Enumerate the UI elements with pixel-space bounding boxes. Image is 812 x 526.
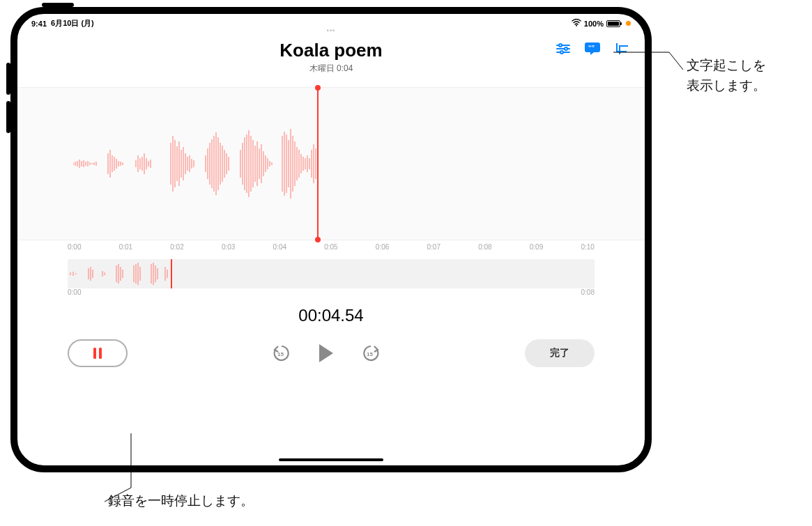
transcript-icon[interactable]: “” xyxy=(583,41,602,56)
svg-point-6 xyxy=(560,51,563,54)
overview-start: 0:00 xyxy=(68,288,81,296)
time-ruler: 0:00 0:01 0:02 0:03 0:04 0:05 0:06 0:07 … xyxy=(17,240,645,251)
pause-button[interactable] xyxy=(68,339,128,367)
recording-title[interactable]: Koala poem xyxy=(17,40,645,61)
play-icon xyxy=(319,344,333,362)
options-icon[interactable] xyxy=(554,41,572,56)
ruler-tick: 0:03 xyxy=(222,243,235,251)
pause-icon xyxy=(93,348,102,359)
overview-end: 0:08 xyxy=(581,288,595,296)
ruler-tick: 0:01 xyxy=(119,243,132,251)
elapsed-time: 00:04.54 xyxy=(17,306,645,325)
ruler-tick: 0:07 xyxy=(427,243,440,251)
ruler-tick: 0:04 xyxy=(273,243,286,251)
recording-subtitle: 木曜日 0:04 xyxy=(17,63,645,75)
ruler-tick: 0:09 xyxy=(530,243,543,251)
ruler-tick: 0:05 xyxy=(324,243,337,251)
home-indicator[interactable] xyxy=(279,458,383,461)
playhead[interactable] xyxy=(317,88,319,240)
status-bar: 9:41 6月10日 (月) 100% xyxy=(17,14,645,29)
ruler-tick: 0:08 xyxy=(478,243,491,251)
recording-indicator-dot xyxy=(626,21,631,26)
wifi-icon xyxy=(572,19,581,28)
done-label: 完了 xyxy=(550,347,569,359)
play-button[interactable] xyxy=(319,344,333,362)
overview-playhead[interactable] xyxy=(171,259,172,288)
skip-forward-15-button[interactable]: 15 xyxy=(361,343,381,363)
svg-point-4 xyxy=(559,44,562,47)
ruler-tick: 0:06 xyxy=(376,243,389,251)
battery-percent: 100% xyxy=(584,20,604,28)
skip-back-15-button[interactable]: 15 xyxy=(272,343,291,363)
callout-pause: 録音を一時停止します。 xyxy=(108,491,254,511)
done-button[interactable]: 完了 xyxy=(525,339,595,367)
svg-point-0 xyxy=(576,25,577,26)
waveform-overview[interactable] xyxy=(68,259,595,288)
svg-text:“”: “” xyxy=(588,44,595,51)
svg-point-5 xyxy=(565,47,567,50)
waveform-main[interactable] xyxy=(17,87,645,240)
ipad-frame: 9:41 6月10日 (月) 100% ••• “” Koala poem 木曜 xyxy=(10,7,652,472)
battery-icon xyxy=(606,20,620,27)
transport-controls: 15 15 完了 xyxy=(17,325,645,367)
trim-icon[interactable] xyxy=(613,41,631,56)
multitask-pill-icon[interactable]: ••• xyxy=(17,27,645,34)
status-date: 6月10日 (月) xyxy=(51,18,94,29)
status-time: 9:41 xyxy=(31,20,47,28)
ruler-tick: 0:00 xyxy=(68,243,81,251)
callout-transcript: 文字起こしを 表示します。 xyxy=(687,56,766,95)
svg-text:15: 15 xyxy=(277,351,284,357)
svg-text:15: 15 xyxy=(367,351,373,357)
ruler-tick: 0:02 xyxy=(170,243,183,251)
overview-graphic xyxy=(68,261,172,286)
waveform-graphic xyxy=(73,115,324,212)
ruler-tick: 0:10 xyxy=(581,243,594,251)
